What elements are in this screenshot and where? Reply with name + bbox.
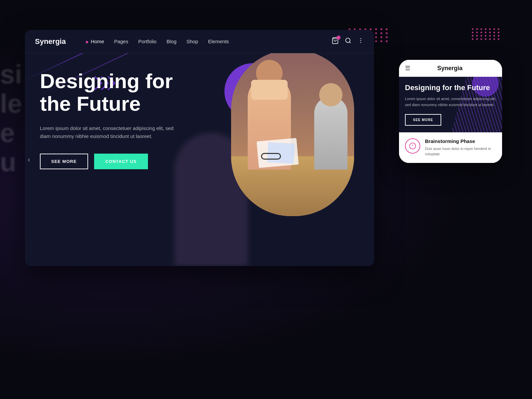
mobile-hero-section: Designing for the Future Lorem ipsum dol… [399,77,502,132]
svg-point-1 [346,38,350,43]
mobile-mockup: ☰ Synergia Designing for the Future Lore… [399,60,502,163]
svg-point-3 [360,38,361,39]
hero-image [231,53,354,216]
mobile-card-section: Brainstorming Phase Duis ause inure dolo… [399,132,502,163]
svg-point-5 [360,42,361,43]
mobile-card-title: Brainstorming Phase [425,138,496,144]
more-options-button[interactable] [357,37,364,46]
mobile-card-text-block: Brainstorming Phase Duis ause inure dolo… [425,138,496,157]
mobile-see-more-button[interactable]: SEE MORE [405,114,441,126]
mobile-hamburger-icon[interactable]: ☰ [405,65,410,72]
nav-item-elements[interactable]: Elements [208,39,229,44]
nav-active-dot [86,41,88,43]
nav-menu: Home Pages Portfolio Blog Shop Elements [86,39,332,44]
hero-image-bg [231,53,354,216]
browser-mockup: Synergia Home Pages Portfolio Blog Shop … [25,30,374,266]
hero-section: ‹ Designing for the Future Lorem ipsum d… [25,53,374,266]
cart-button[interactable] [332,37,339,46]
svg-point-4 [360,40,361,41]
hero-title: Designing for the Future [40,70,200,115]
mobile-nav: ☰ Synergia [399,60,502,77]
mobile-hero-text: Lorem ipsum dolor sit amet, consectetuer… [405,96,496,108]
nav-item-blog[interactable]: Blog [167,39,177,44]
mobile-card-icon [405,138,420,154]
nav-item-pages[interactable]: Pages [114,39,128,44]
hero-content: Designing for the Future Lorem ipsum dol… [40,70,200,169]
contact-us-button[interactable]: CONTACT US [94,154,148,169]
nav-item-shop[interactable]: Shop [187,39,198,44]
hero-subtitle: Lorem ipsum dolor sit amet, consectetuer… [40,124,183,140]
mobile-brand-logo: Synergia [437,65,463,72]
mobile-card-text: Duis ause inure dolor in repre henderit … [425,146,496,157]
carousel-prev-button[interactable]: ‹ [28,155,30,164]
nav-item-home[interactable]: Home [86,39,104,44]
see-more-button[interactable]: SEE MORE [40,154,88,169]
hero-buttons: SEE MORE CONTACT US [40,154,200,169]
mobile-hero-title: Designing for the Future [405,83,496,92]
mobile-card-inner: Brainstorming Phase Duis ause inure dolo… [405,138,496,157]
nav-item-portfolio[interactable]: Portfolio [138,39,157,44]
main-navigation: Synergia Home Pages Portfolio Blog Shop … [25,30,374,53]
nav-icons [332,37,364,46]
brand-logo: Synergia [35,37,66,46]
cart-badge [336,36,340,40]
search-button[interactable] [345,37,351,46]
svg-line-2 [349,42,351,43]
